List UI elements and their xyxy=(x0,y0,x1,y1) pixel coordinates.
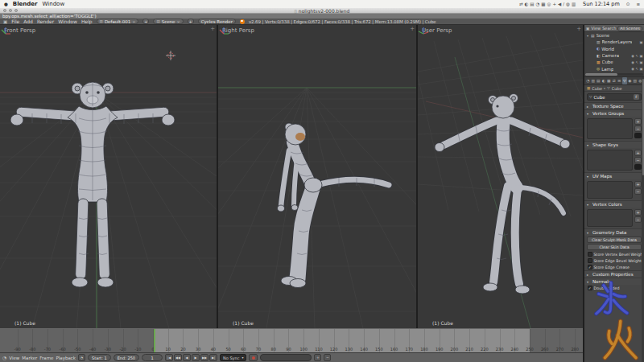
prev-keyframe-button[interactable]: ◀◀ xyxy=(174,354,182,361)
view-axis-gizmo[interactable] xyxy=(218,25,229,36)
menu-render[interactable]: Render xyxy=(37,19,54,24)
timeline-menu-frame[interactable]: Frame xyxy=(39,356,53,360)
menubar-status-icon[interactable]: ⇄ xyxy=(519,2,523,6)
view-axis-gizmo[interactable] xyxy=(418,25,429,36)
vertex-group-remove-button[interactable]: − xyxy=(634,125,642,132)
next-keyframe-button[interactable]: ▶▶ xyxy=(200,354,208,361)
play-button[interactable]: ▶ xyxy=(192,354,200,361)
viewport-add-region-icon[interactable]: + xyxy=(410,26,415,32)
restrict-toggle-icon[interactable]: ↖ xyxy=(636,54,639,58)
current-frame-indicator[interactable] xyxy=(154,329,155,352)
outliner-item-renderlayers[interactable]: ▥RenderLayers▣ xyxy=(584,39,644,45)
outliner-item-camera[interactable]: ◧Camera◉↖▣ xyxy=(584,52,644,59)
timeline-menu-view[interactable]: View xyxy=(9,356,19,360)
menu-window[interactable]: Window xyxy=(58,19,77,24)
current-frame-field[interactable]: 1 xyxy=(142,354,163,361)
timeline-ruler[interactable]: -90-80-70-60-50-40-30-20-100102030405060… xyxy=(0,328,583,352)
jump-to-start-button[interactable]: |◀ xyxy=(165,354,173,361)
menubar-status-icon[interactable]: ▦ xyxy=(541,2,545,6)
apple-icon[interactable]: ● xyxy=(4,2,8,6)
use-preview-range-icon[interactable]: ◔ xyxy=(78,354,85,361)
add-layout-button[interactable]: + xyxy=(142,19,149,24)
restrict-toggle-icon[interactable]: ▣ xyxy=(640,54,643,58)
keying-set-field[interactable] xyxy=(260,354,312,361)
panel-vertex-colors[interactable]: Vertex Colors xyxy=(584,200,644,208)
outliner-scrollbar[interactable] xyxy=(585,73,643,76)
menu-help[interactable]: Help xyxy=(81,19,93,24)
menubar-status-icon[interactable]: ◍ xyxy=(566,2,570,6)
outliner-menu-search[interactable]: Search xyxy=(602,26,616,31)
menubar-status-icon[interactable]: ◐ xyxy=(525,2,529,6)
outliner-editor-type-icon[interactable]: ▣ xyxy=(586,27,589,31)
checkbox-icon[interactable] xyxy=(588,286,592,290)
viewport-right[interactable]: Right Persp (1) Cube + xyxy=(218,25,416,328)
clear-sculpt-mask-button[interactable]: Clear Sculpt-Mask Data xyxy=(587,237,642,243)
shape-key-add-button[interactable]: + xyxy=(634,150,642,156)
checkbox-store-edge-bevel-weight[interactable]: Store Edge Bevel Weight xyxy=(584,257,644,264)
panel-custom-properties[interactable]: Custom Properties xyxy=(584,270,644,278)
outliner-item-scene[interactable]: ▾▤Scene xyxy=(584,32,644,39)
restrict-toggle-icon[interactable]: ◉ xyxy=(631,67,634,71)
viewport-front[interactable]: Front Persp (1) Cube + xyxy=(0,25,217,328)
checkbox-icon[interactable] xyxy=(588,265,592,269)
shape-key-specials-menu[interactable] xyxy=(634,164,642,170)
add-scene-button[interactable]: + xyxy=(188,19,194,24)
shape-keys-list[interactable] xyxy=(587,150,633,171)
outliner-item-world[interactable]: ◐World xyxy=(584,46,644,52)
uv-map-remove-button[interactable]: − xyxy=(634,188,642,195)
panel-vertex-groups[interactable]: Vertex Groups xyxy=(584,109,644,117)
screen-layout-selector[interactable]: ▥ Default.001 × xyxy=(97,19,139,24)
outliner-scope-dropdown[interactable]: All Scenes xyxy=(617,26,642,31)
shape-key-remove-button[interactable]: − xyxy=(634,157,642,163)
panel-geometry-data[interactable]: Geometry Data xyxy=(584,228,644,236)
vertex-group-specials-menu[interactable] xyxy=(634,133,642,138)
frame-end-field[interactable]: End: 250 xyxy=(114,354,139,361)
viewport-add-region-icon[interactable]: + xyxy=(210,26,215,32)
3d-cursor[interactable] xyxy=(166,51,175,60)
panel-texture-space[interactable]: Texture Space xyxy=(584,102,644,109)
viewport-user[interactable]: User Persp (1) Cube + xyxy=(418,25,583,328)
properties-tab-modifiers[interactable]: ⊞ xyxy=(617,77,622,84)
fake-user-button[interactable]: F xyxy=(634,94,639,100)
scene-selector[interactable]: ▤ Scene × xyxy=(153,19,183,24)
menubar-status-icon[interactable]: ◀ xyxy=(558,2,561,6)
jump-to-end-button[interactable]: ▶| xyxy=(209,354,217,361)
restrict-toggle-icon[interactable]: ▣ xyxy=(640,40,643,44)
window-titlebar[interactable]: ▯ nolightsv2-000.blend xyxy=(0,8,644,14)
menubar-status-icon[interactable]: ▤ xyxy=(530,2,534,6)
restrict-toggle-icon[interactable]: ▣ xyxy=(640,67,643,71)
vertex-colors-list[interactable] xyxy=(587,209,633,227)
vertex-group-add-button[interactable]: + xyxy=(634,118,642,125)
notification-center-icon[interactable]: ≡ xyxy=(636,2,640,6)
menubar-status-icon[interactable]: + xyxy=(552,2,556,6)
datablock-name-value[interactable]: Cube xyxy=(593,95,632,100)
scene-unlink-icon[interactable]: × xyxy=(176,19,180,24)
character-mesh-front[interactable] xyxy=(10,82,175,287)
menu-file[interactable]: File xyxy=(11,19,19,24)
character-mesh-user[interactable] xyxy=(435,94,570,294)
sync-mode-dropdown[interactable]: No Sync ▾ xyxy=(220,354,246,361)
menubar-status-icon[interactable]: ◔ xyxy=(536,2,540,6)
checkbox-double-sided[interactable]: Double Sided xyxy=(584,285,644,291)
vertex-groups-list[interactable] xyxy=(587,118,633,139)
view-axis-gizmo[interactable] xyxy=(0,25,11,36)
play-reverse-button[interactable]: ◀ xyxy=(183,354,191,361)
vertex-color-add-button[interactable]: + xyxy=(634,209,642,216)
vertex-color-remove-button[interactable]: − xyxy=(634,216,642,223)
layout-unlink-icon[interactable]: × xyxy=(132,19,135,24)
outliner-menu-view[interactable]: View xyxy=(591,26,601,31)
panel-shape-keys[interactable]: Shape Keys xyxy=(584,141,644,148)
menubar-app-name[interactable]: Blender xyxy=(13,1,38,7)
restrict-toggle-icon[interactable]: ◉ xyxy=(631,54,634,58)
menubar-status-icon[interactable]: ◎ xyxy=(547,2,551,6)
restrict-toggle-icon[interactable]: ↖ xyxy=(636,60,639,64)
panel-uv-maps[interactable]: UV Maps xyxy=(584,172,644,179)
restrict-toggle-icon[interactable]: ▣ xyxy=(640,60,643,64)
render-engine-selector[interactable]: Cycles Render xyxy=(198,19,236,24)
info-editor-type-icon[interactable]: ▣ xyxy=(3,19,7,24)
checkbox-store-edge-crease[interactable]: Store Edge Crease xyxy=(584,264,644,270)
restrict-toggle-icon[interactable]: ◉ xyxy=(631,60,634,64)
outliner-editor[interactable]: ▣ View Search All Scenes ▾▤Scene▥RenderL… xyxy=(584,25,644,77)
checkbox-icon[interactable] xyxy=(588,252,592,257)
checkbox-icon[interactable] xyxy=(588,258,592,263)
